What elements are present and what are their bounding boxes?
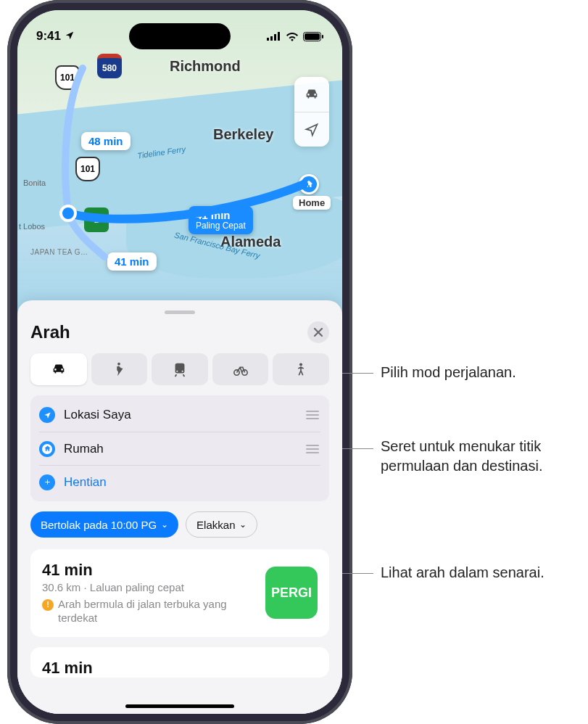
svg-rect-0 xyxy=(267,38,269,41)
walk-icon xyxy=(111,361,127,377)
warning-icon: ! xyxy=(42,599,54,611)
directions-sheet[interactable]: Arah xyxy=(17,300,342,714)
bicycle-icon xyxy=(233,361,249,377)
svg-point-14 xyxy=(299,363,302,366)
dynamic-island xyxy=(129,23,231,49)
waypoint-start[interactable]: Lokasi Saya xyxy=(39,398,320,432)
status-right xyxy=(267,32,323,41)
svg-rect-2 xyxy=(274,34,276,41)
mode-tab-walk[interactable] xyxy=(91,353,148,385)
depart-time-chip[interactable]: Bertolak pada 10:00 PG ⌄ xyxy=(30,511,178,538)
svg-point-10 xyxy=(176,371,178,372)
rideshare-icon xyxy=(293,361,309,377)
travel-mode-tabs xyxy=(30,353,329,385)
route-time: 41 min xyxy=(42,659,318,678)
close-icon xyxy=(314,328,323,337)
go-button[interactable]: PERGI xyxy=(265,567,318,619)
svg-rect-6 xyxy=(322,35,323,38)
chevron-down-icon: ⌄ xyxy=(239,519,247,530)
waypoint-add-stop[interactable]: Hentian xyxy=(39,465,320,498)
avoid-chip[interactable]: Elakkan ⌄ xyxy=(186,511,257,538)
plus-icon xyxy=(39,474,55,490)
car-icon xyxy=(51,361,67,377)
callout-list: Lihat arah dalam senarai. xyxy=(381,563,544,583)
screen: 9:41 xyxy=(17,10,342,714)
location-arrow-icon xyxy=(305,123,319,137)
callout-modes: Pilih mod perjalanan. xyxy=(381,363,516,382)
sheet-title: Arah xyxy=(30,322,70,342)
map-controls xyxy=(294,77,329,147)
route-subtitle: 30.6 km · Laluan paling cepat xyxy=(42,581,255,593)
map-mode-button[interactable] xyxy=(294,77,329,112)
mode-tab-rideshare[interactable] xyxy=(273,353,329,385)
status-time: 9:41 xyxy=(36,29,75,44)
drag-handle[interactable] xyxy=(305,411,320,419)
mode-tab-transit[interactable] xyxy=(152,353,208,385)
mode-tab-drive[interactable] xyxy=(30,353,87,385)
svg-rect-3 xyxy=(278,32,280,41)
location-services-icon xyxy=(65,30,75,41)
svg-rect-1 xyxy=(270,36,273,41)
battery-icon xyxy=(303,32,323,41)
mode-tab-cycle[interactable] xyxy=(212,353,269,385)
waypoint-start-label: Lokasi Saya xyxy=(64,408,296,422)
route-time: 41 min xyxy=(42,561,255,580)
phone-frame: 9:41 xyxy=(7,0,352,724)
home-dot-icon xyxy=(39,441,55,457)
drag-handle[interactable] xyxy=(305,445,320,453)
current-location-icon xyxy=(39,407,55,423)
waypoint-end-label: Rumah xyxy=(64,442,296,456)
locate-me-button[interactable] xyxy=(294,112,329,147)
waypoints-list: Lokasi Saya Rumah Hentia xyxy=(30,395,329,501)
close-button[interactable] xyxy=(307,321,329,343)
svg-rect-5 xyxy=(305,33,320,40)
avoid-label: Elakkan xyxy=(196,519,235,531)
wifi-icon xyxy=(286,32,299,41)
route-warning: Arah bermula di jalan terbuka yang terde… xyxy=(58,598,255,625)
callout-drag: Seret untuk menukar titik permulaan dan … xyxy=(381,437,584,476)
cellular-icon xyxy=(267,32,281,41)
chevron-down-icon: ⌄ xyxy=(161,519,168,530)
waypoint-add-stop-label: Hentian xyxy=(64,475,320,490)
options-row: Bertolak pada 10:00 PG ⌄ Elakkan ⌄ xyxy=(30,511,329,538)
transit-icon xyxy=(172,361,188,377)
svg-point-7 xyxy=(61,206,75,221)
car-icon xyxy=(304,86,320,102)
route-card-1[interactable]: 41 min xyxy=(30,647,329,678)
depart-time-label: Bertolak pada 10:00 PG xyxy=(41,519,157,531)
waypoint-end[interactable]: Rumah xyxy=(39,432,320,465)
svg-point-11 xyxy=(182,371,183,372)
svg-point-8 xyxy=(118,363,121,366)
route-card-0[interactable]: 41 min 30.6 km · Laluan paling cepat ! A… xyxy=(30,549,329,637)
sheet-grabber[interactable] xyxy=(165,310,195,314)
home-indicator[interactable] xyxy=(125,704,234,708)
